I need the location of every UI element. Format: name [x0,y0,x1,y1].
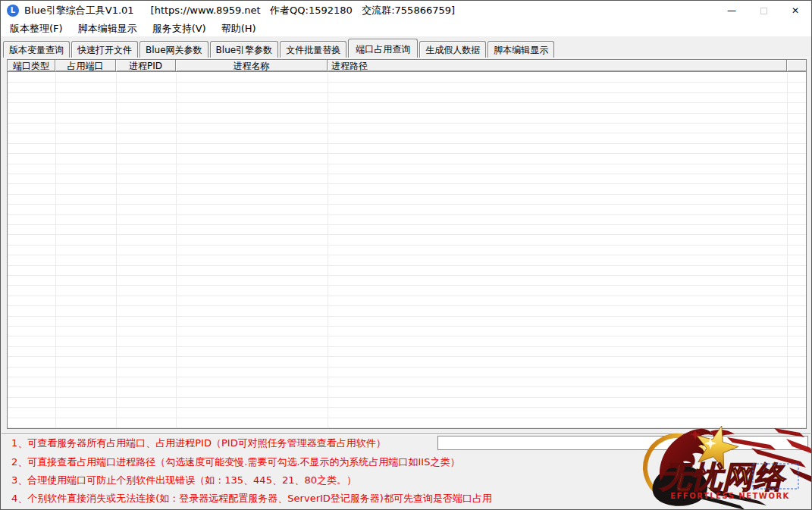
tab-batch-file-replace[interactable]: 文件批量替换 [280,41,346,58]
window-controls: — ✕ [716,1,811,20]
logo-title: 无忧网络 [659,459,786,494]
tab-version-variable-query[interactable]: 版本变量查询 [3,41,70,58]
logo-subtitle: EFFORTLESS NETWORK [670,492,790,500]
column-header-process-pid[interactable]: 进程PID [116,60,176,71]
tab-page-edge [2,58,810,58]
close-button[interactable]: ✕ [779,1,811,20]
maximize-icon [760,8,767,14]
column-header-port-type[interactable]: 端口类型 [8,60,55,71]
menu-help[interactable]: 帮助(H) [214,22,264,36]
title-bar: L Blue引擎综合工具V1.01 [https://www.8959.net … [1,1,811,20]
tab-blue-engine-params[interactable]: Blue引擎参数 [210,41,279,58]
note-line-3: 3、合理使用端口可防止个别软件出现错误（如：135、445、21、80之类。） [11,474,356,487]
note-line-4: 4、个别软件直接消失或无法连接(如：登录器远程配置服务器、ServerID登记服… [11,492,492,505]
menu-service-support[interactable]: 服务支持(V) [145,22,214,36]
menu-version[interactable]: 版本整理(F) [2,22,71,36]
column-header-process-name[interactable]: 进程名称 [176,60,328,71]
window-title: Blue引擎综合工具V1.01 [24,4,134,17]
column-header-filler [787,60,806,71]
note-line-2: 2、可直接查看占用端口进程路径（勾选速度可能变慢.需要可勾选.不显示的为系统占用… [11,455,459,469]
maximize-button [748,1,779,20]
note-line-1: 1、可查看服务器所有占用端口、占用进程PID（PID可对照任务管理器查看占用软件… [11,436,386,450]
column-header-port-used[interactable]: 占用端口 [55,60,116,71]
tab-script-editor-display[interactable]: 脚本编辑显示 [488,41,554,58]
menu-bar: 版本整理(F) 脚本编辑显示 服务支持(V) 帮助(H) [1,20,811,36]
minimize-button[interactable]: — [716,1,748,20]
tab-quick-open-file[interactable]: 快速打开文件 [71,41,138,58]
port-list: 端口类型 占用端口 进程PID 进程名称 进程路径 [7,59,807,429]
port-list-header: 端口类型 占用端口 进程PID 进程名称 进程路径 [8,60,806,72]
tab-strip: 版本变量查询 快速打开文件 Blue网关参数 Blue引擎参数 文件批量替换 端… [3,39,556,58]
wuyou-network-logo[interactable]: 无忧网络 EFFORTLESS NETWORK [638,422,812,510]
tab-port-usage-query[interactable]: 端口占用查询 [348,39,418,58]
app-window: L Blue引擎综合工具V1.01 [https://www.8959.net … [0,0,812,510]
clock-icon: L [7,5,19,17]
window-title-info: [https://www.8959.net 作者QQ:1592180 交流群:7… [151,4,455,17]
menu-script-editor[interactable]: 脚本编辑显示 [71,22,145,36]
tab-blue-gateway-params[interactable]: Blue网关参数 [140,41,208,58]
column-header-process-path[interactable]: 进程路径 [328,60,787,71]
port-list-body[interactable] [8,73,806,428]
tab-generate-dummy-data[interactable]: 生成假人数据 [419,41,486,58]
